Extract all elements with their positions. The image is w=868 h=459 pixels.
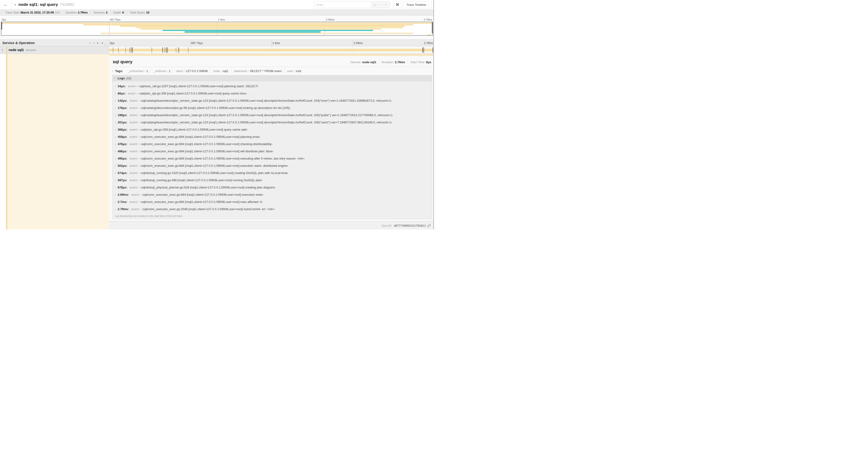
log-row[interactable]: › 459μs: event = ‹sql/conn_executor_exec… bbox=[113, 133, 432, 140]
span-bar-track[interactable] bbox=[109, 46, 434, 54]
log-marker-tick[interactable] bbox=[118, 47, 119, 53]
service-operation-title: Service & Operation bbox=[2, 41, 90, 45]
viewport-right-handle[interactable] bbox=[432, 22, 433, 33]
log-row[interactable]: › 189μs: event = ‹sql/catalog/lease/desc… bbox=[113, 111, 432, 119]
log-marker-tick[interactable] bbox=[129, 47, 130, 53]
log-expand-icon[interactable]: › bbox=[115, 157, 116, 160]
log-row[interactable]: › 574μs: event = ‹sql/distsql_running.go… bbox=[113, 169, 432, 176]
trace-id: 7418682 bbox=[60, 3, 74, 7]
log-marker-tick[interactable] bbox=[167, 47, 168, 53]
tags-row[interactable]: › Tags: _unfinished=1 _verbose=1 client=… bbox=[112, 67, 432, 75]
scrollbar[interactable] bbox=[433, 0, 434, 230]
back-button[interactable]: ← bbox=[0, 0, 11, 9]
logs-title: Logs bbox=[118, 76, 125, 80]
logs-block: › Logs (18) › 34μs: event = ‹sql/exec_ut… bbox=[112, 75, 432, 219]
clear-search-icon[interactable]: ✕ bbox=[385, 3, 387, 6]
log-row[interactable]: › 2.69ms: event = ‹sql/conn_executor_exe… bbox=[113, 191, 432, 198]
top-bar: ← › node sql1: sql query 7418682 ◎ › › ✕… bbox=[0, 0, 434, 9]
tag-item: client=127.0.0.1:59936 bbox=[173, 69, 210, 73]
span-row[interactable]: › node sql1 sql query bbox=[0, 46, 434, 54]
log-marker-tick[interactable] bbox=[166, 47, 166, 53]
view-selector-button[interactable]: Trace Timeline › bbox=[403, 1, 432, 8]
log-expand-icon[interactable]: › bbox=[115, 99, 116, 102]
log-expand-icon[interactable]: › bbox=[115, 92, 116, 95]
log-row[interactable]: › 366μs: event = ‹sql/plan_opt.go:358 [n… bbox=[113, 126, 432, 133]
minimap-tick-labels: 0μs697.75μs1.4ms2.09ms2.79ms bbox=[1, 17, 433, 22]
log-expand-icon[interactable]: › bbox=[115, 207, 116, 211]
logs-header[interactable]: › Logs (18) bbox=[113, 75, 432, 81]
column-resize-handle[interactable]: ❘❘ bbox=[103, 43, 107, 45]
log-marker-tick[interactable] bbox=[424, 47, 424, 53]
log-marker-tick[interactable] bbox=[152, 47, 152, 53]
log-expand-icon[interactable]: › bbox=[115, 193, 116, 196]
match-target-icon[interactable]: ◎ bbox=[374, 3, 376, 6]
grid-line bbox=[272, 46, 272, 54]
expand-one-icon[interactable]: › bbox=[93, 41, 94, 44]
log-expand-icon[interactable]: › bbox=[115, 200, 116, 204]
collapse-all-icon[interactable]: ›› bbox=[96, 42, 99, 43]
log-marker-tick[interactable] bbox=[433, 47, 433, 53]
span-row-label[interactable]: › node sql1 sql query bbox=[0, 46, 109, 54]
log-row[interactable]: › 2.79ms: event = ‹sql/conn_executor_exe… bbox=[113, 205, 432, 213]
expand-all-icon[interactable]: ›› bbox=[101, 41, 103, 44]
log-expand-icon[interactable]: › bbox=[115, 85, 116, 88]
log-expand-icon[interactable]: › bbox=[115, 150, 116, 153]
log-expand-icon[interactable]: › bbox=[115, 128, 116, 131]
next-result-icon[interactable]: › bbox=[380, 4, 383, 5]
log-expand-icon[interactable]: › bbox=[115, 121, 116, 124]
minimap-span bbox=[185, 31, 320, 32]
log-row[interactable]: › 486μs: event = ‹sql/conn_executor_exec… bbox=[113, 147, 432, 155]
log-marker-tick[interactable] bbox=[166, 47, 167, 53]
log-expand-icon[interactable]: › bbox=[115, 135, 116, 138]
log-expand-icon[interactable]: › bbox=[115, 178, 116, 182]
log-row[interactable]: › 142μs: event = ‹sql/catalog/lease/desc… bbox=[113, 97, 432, 104]
log-expand-icon[interactable]: › bbox=[115, 142, 116, 146]
collapse-one-icon[interactable]: › bbox=[88, 42, 92, 43]
log-marker-tick[interactable] bbox=[179, 47, 179, 53]
tags-expand-icon[interactable]: › bbox=[112, 69, 113, 73]
tag-item: node=sql1 bbox=[210, 69, 231, 73]
viewport-left-handle[interactable] bbox=[1, 22, 2, 30]
log-marker-tick[interactable] bbox=[132, 47, 133, 53]
keyboard-shortcuts-button[interactable]: ⌘ bbox=[394, 1, 402, 8]
ruler-tick-label: 0μs bbox=[109, 41, 115, 45]
log-row[interactable]: › 476μs: event = ‹sql/conn_executor_exec… bbox=[113, 140, 432, 147]
deep-link-icon[interactable] bbox=[427, 224, 431, 227]
collapse-trace-icon[interactable]: › bbox=[13, 4, 18, 5]
log-row[interactable]: › 201μs: event = ‹sql/catalog/lease/desc… bbox=[113, 119, 432, 126]
log-row[interactable]: › 2.7ms: event = ‹sql/conn_executor_exec… bbox=[113, 198, 432, 205]
log-marker-tick[interactable] bbox=[176, 47, 177, 53]
ruler-tick-label: 2.09ms bbox=[325, 18, 334, 21]
log-row[interactable]: › 176μs: event = ‹sql/catalog/descs/desc… bbox=[113, 104, 432, 111]
find-input[interactable] bbox=[314, 1, 371, 8]
log-marker-tick[interactable] bbox=[131, 47, 131, 53]
prev-result-icon[interactable]: › bbox=[377, 4, 380, 5]
log-row[interactable]: › 80μs: event = ‹sql/plan_opt.go:358 [ns… bbox=[113, 90, 432, 97]
log-row[interactable]: › 678μs: event = ‹sql/distsql_physical_p… bbox=[113, 184, 432, 191]
span-accent-strip bbox=[109, 54, 434, 56]
tag-item: user=root bbox=[284, 69, 304, 73]
log-row[interactable]: › 34μs: event = ‹sql/exec_util.go:2297 [… bbox=[113, 83, 432, 90]
minimap-canvas[interactable] bbox=[1, 22, 433, 36]
chevron-down-icon: › bbox=[427, 4, 430, 5]
log-marker-tick[interactable] bbox=[422, 47, 423, 53]
span-collapse-icon[interactable]: › bbox=[1, 50, 4, 51]
log-marker-tick[interactable] bbox=[126, 47, 126, 53]
log-expand-icon[interactable]: › bbox=[115, 186, 116, 189]
log-expand-icon[interactable]: › bbox=[115, 164, 116, 167]
log-expand-icon[interactable]: › bbox=[115, 171, 116, 175]
span-id-value: 4877749850101760812 bbox=[394, 224, 426, 227]
log-marker-tick[interactable] bbox=[113, 47, 114, 53]
tags-label: Tags: bbox=[115, 69, 123, 73]
log-marker-tick[interactable] bbox=[162, 47, 163, 53]
detail-start-time: Start Time: 0μs bbox=[408, 60, 432, 64]
logs-list: › 34μs: event = ‹sql/exec_util.go:2297 [… bbox=[113, 81, 432, 213]
log-expand-icon[interactable]: › bbox=[115, 106, 116, 110]
log-expand-icon[interactable]: › bbox=[115, 113, 116, 117]
log-marker-tick[interactable] bbox=[164, 47, 165, 53]
logs-collapse-icon[interactable]: › bbox=[114, 78, 117, 78]
log-row[interactable]: › 495μs: event = ‹sql/conn_executor_exec… bbox=[113, 155, 432, 162]
log-marker-tick[interactable] bbox=[188, 47, 189, 53]
log-row[interactable]: › 502μs: event = ‹sql/conn_executor_exec… bbox=[113, 162, 432, 169]
log-row[interactable]: › 597μs: event = ‹sql/distsql_running.go… bbox=[113, 176, 432, 184]
